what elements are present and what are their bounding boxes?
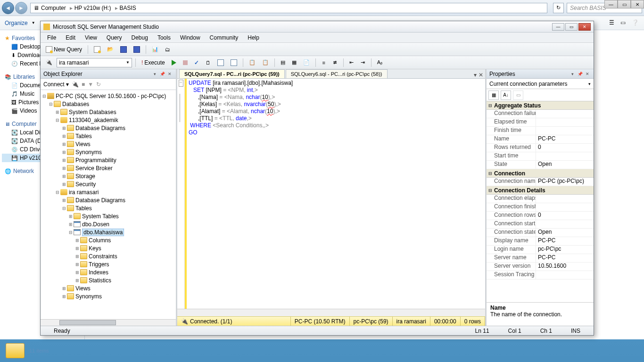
include-plan-button[interactable]: 📋	[247, 58, 258, 67]
tree-server[interactable]: PC-PC (SQL Server 10.50.1600 - pc-PC\pc)	[56, 93, 166, 99]
menu-help[interactable]: Help	[244, 33, 263, 42]
comment-button[interactable]: ≡	[319, 58, 329, 67]
menu-edit[interactable]: Edit	[62, 33, 79, 42]
property-row[interactable]: Finish time	[487, 127, 594, 135]
activity-monitor-button[interactable]: 📊	[149, 45, 161, 54]
query-options-button[interactable]	[215, 58, 226, 67]
category-header[interactable]: ⊟Connection Details	[487, 186, 594, 195]
refresh-icon[interactable]: ↻	[96, 81, 101, 88]
tree-node[interactable]: Tables	[75, 205, 92, 212]
breadcrumb-seg[interactable]: HP v210w (H:)	[74, 5, 111, 11]
sql-editor[interactable]: – UPDATE [ira ramasari].[dbo].[Mahasiswa…	[177, 79, 485, 309]
menu-view[interactable]: View	[81, 33, 101, 42]
tree-node[interactable]: Database Diagrams	[75, 197, 125, 204]
save-all-button[interactable]	[131, 45, 142, 54]
tab-overflow-icon[interactable]: ▾	[474, 72, 477, 78]
breadcrumb-seg[interactable]: Computer	[41, 5, 66, 11]
tree-node[interactable]: Synonyms	[75, 149, 102, 156]
estimated-plan-button[interactable]: 🗒	[203, 58, 213, 67]
results-grid-button[interactable]: ▦	[289, 58, 299, 67]
tree-node[interactable]: Constraints	[89, 253, 117, 260]
property-row[interactable]: Start time	[487, 152, 594, 161]
tree-node[interactable]: Synonyms	[75, 293, 102, 300]
menu-query[interactable]: Query	[103, 33, 126, 42]
help-icon[interactable]: ❔	[632, 19, 639, 27]
explorer-close-button[interactable]: ✕	[631, 0, 644, 8]
uncomment-button[interactable]: ≢	[330, 58, 340, 67]
tree-node[interactable]: Programmability	[75, 157, 116, 164]
pin-icon[interactable]: 📌	[577, 71, 583, 77]
decrease-indent-button[interactable]: ⇤	[347, 58, 356, 67]
property-row[interactable]: Connection failures	[487, 110, 594, 118]
tab-inactive[interactable]: SQLQuery6.sql - PC...ri (pc-PC\pc (58))	[286, 69, 388, 78]
tree-node[interactable]: Tables	[75, 133, 92, 140]
close-panel-icon[interactable]: ✕	[584, 71, 591, 77]
minimize-button[interactable]: —	[552, 23, 564, 31]
property-row[interactable]: Connection stateOpen	[487, 229, 594, 237]
open-button[interactable]: 📂	[105, 45, 116, 54]
tree-node[interactable]: Database Diagrams	[75, 125, 125, 132]
properties-grid[interactable]: ⊟Aggregate Status Connection failuresEla…	[487, 101, 594, 302]
category-header[interactable]: ⊟Connection	[487, 169, 594, 178]
specify-values-button[interactable]: Aᵦ	[375, 58, 385, 67]
refresh-button[interactable]: ↻	[553, 3, 564, 13]
tree-node[interactable]: Service Broker	[75, 165, 113, 172]
change-connection-button[interactable]: 🔌	[43, 58, 55, 67]
parse-button[interactable]: ✓	[192, 58, 201, 67]
include-stats-button[interactable]: 📋	[260, 58, 271, 67]
property-row[interactable]: Connection finish	[487, 203, 594, 212]
tab-active[interactable]: SQLQuery7.sql - PC...ri (pc-PC\pc (59))	[179, 69, 285, 78]
explorer-maximize-button[interactable]: ▭	[618, 0, 631, 8]
property-row[interactable]: Connection rows0	[487, 212, 594, 220]
disconnect-icon[interactable]: 🔌	[72, 81, 79, 88]
properties-subject[interactable]: Current connection parameters▾	[487, 79, 594, 89]
breadcrumb-seg[interactable]: BASIS	[120, 5, 136, 11]
explorer-minimize-button[interactable]: —	[604, 0, 618, 8]
connect-button[interactable]: Connect ▾	[43, 81, 69, 88]
menu-community[interactable]: Community	[206, 33, 242, 42]
tree-node[interactable]: System Tables	[82, 213, 119, 220]
registered-servers-button[interactable]: 🗂	[163, 45, 173, 54]
save-button[interactable]	[118, 45, 129, 54]
view-icon[interactable]: ☰	[609, 19, 617, 27]
breadcrumb[interactable]: 🖥 Computer▸ HP v210w (H:)▸ BASIS	[30, 3, 547, 13]
tree-table[interactable]: dbo.Dosen	[82, 221, 109, 228]
property-row[interactable]: StateOpen	[487, 161, 594, 169]
debug-button[interactable]	[169, 58, 179, 67]
menu-debug[interactable]: Debug	[128, 33, 152, 42]
tree-table[interactable]: dbo.Mahasiswa	[82, 229, 124, 236]
preview-icon[interactable]: ▭	[620, 19, 628, 27]
tree-node[interactable]: Views	[75, 141, 91, 148]
tree-node[interactable]: Keys	[89, 245, 101, 252]
organize-menu[interactable]: Organize	[5, 20, 28, 26]
tab-close-icon[interactable]: ✕	[479, 72, 483, 78]
horizontal-scrollbar[interactable]	[41, 319, 176, 326]
stop-button[interactable]	[181, 58, 190, 67]
close-button[interactable]: ✕	[578, 23, 591, 31]
tree-node[interactable]: System Databases	[69, 109, 116, 115]
results-file-button[interactable]: 📄	[301, 58, 312, 67]
property-row[interactable]: Connection elapsed	[487, 195, 594, 203]
property-row[interactable]: Server namePC-PC	[487, 254, 594, 263]
tree-node[interactable]: Storage	[75, 173, 95, 180]
tree-database[interactable]: ira ramasari	[69, 189, 99, 196]
object-tree[interactable]: ⊟PC-PC (SQL Server 10.50.1600 - pc-PC\pc…	[41, 90, 176, 319]
stop-icon[interactable]: ■	[82, 81, 85, 88]
tree-node[interactable]: Statistics	[89, 277, 111, 284]
property-row[interactable]: Connection namePC-PC (pc-PC\pc)	[487, 178, 594, 186]
editor-scrollbar[interactable]	[177, 309, 485, 316]
tree-databases[interactable]: Databases	[62, 101, 89, 107]
close-panel-icon[interactable]: ✕	[166, 71, 173, 77]
tree-node[interactable]: Views	[75, 285, 91, 292]
dropdown-icon[interactable]: ▾	[569, 71, 576, 77]
menu-tools[interactable]: Tools	[154, 33, 174, 42]
menu-file[interactable]: File	[43, 33, 60, 42]
pin-icon[interactable]: 📌	[159, 71, 165, 77]
property-row[interactable]: Rows returned0	[487, 144, 594, 152]
filter-icon[interactable]: ▼	[88, 81, 93, 88]
maximize-button[interactable]: ▭	[565, 23, 578, 31]
property-row[interactable]: NamePC-PC	[487, 135, 594, 144]
property-row[interactable]: Login namepc-PC\pc	[487, 246, 594, 254]
dropdown-icon[interactable]: ▾	[151, 71, 158, 77]
property-row[interactable]: Server version10.50.1600	[487, 263, 594, 271]
